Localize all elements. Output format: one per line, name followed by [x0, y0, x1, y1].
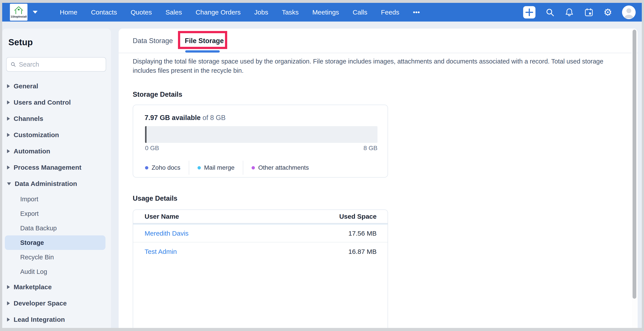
storage-content-panel: Data Storage File Storage Displaying the…: [119, 28, 638, 328]
setup-sidebar: Setup General Users and Control: [2, 28, 111, 328]
legend-divider: [243, 161, 243, 175]
zoho-docs-dot-icon: [145, 166, 148, 170]
house-icon: [14, 6, 24, 15]
used-space-value: 16.87 MB: [348, 248, 376, 256]
storage-scale-labels: 0 GB 8 GB: [145, 144, 378, 152]
column-header-used-space: Used Space: [339, 213, 376, 220]
available-storage-text: 7.97 GB available of 8 GB: [144, 114, 226, 122]
usage-details-table: User Name Used Space Meredith Davis 17.5…: [133, 210, 388, 328]
caret-right-icon: [7, 84, 10, 88]
legend-item-zoho-docs: Zoho docs: [145, 164, 180, 171]
scale-min-label: 0 GB: [145, 144, 159, 152]
plus-icon: [523, 6, 536, 18]
sidebar-item-general[interactable]: General: [2, 78, 111, 94]
caret-right-icon: [7, 166, 10, 170]
caret-right-icon: [7, 149, 10, 153]
scrollbar-thumb[interactable]: [632, 30, 636, 299]
caret-right-icon: [7, 285, 10, 289]
caret-right-icon: [7, 301, 10, 305]
nav-more-icon[interactable]: •••: [406, 3, 427, 22]
settings-button[interactable]: ⚙: [604, 8, 612, 17]
calendar-button[interactable]: [584, 8, 594, 17]
table-header-row: User Name Used Space: [133, 210, 388, 224]
sidebar-item-data-administration[interactable]: Data Administration: [2, 176, 111, 192]
caret-right-icon: [7, 133, 10, 137]
available-amount: 7.97 GB available: [144, 114, 200, 122]
storage-legend: Zoho docs Mail merge Other attachments: [145, 160, 309, 175]
sidebar-item-audit-log[interactable]: Audit Log: [2, 264, 111, 279]
storage-details-card: 7.97 GB available of 8 GB 0 GB 8 GB Zoho…: [133, 104, 388, 178]
file-storage-description: Displaying the total file storage space …: [133, 57, 608, 75]
top-navigation: 1StopInstall Home Contacts Quotes Sales …: [2, 3, 642, 22]
bell-icon: [564, 8, 574, 17]
sidebar-search[interactable]: [6, 57, 106, 72]
used-space-value: 17.56 MB: [348, 230, 376, 237]
sidebar-item-process-management[interactable]: Process Management: [2, 159, 111, 176]
caret-right-icon: [7, 117, 10, 121]
create-plus-button[interactable]: [523, 6, 536, 18]
nav-item-calls[interactable]: Calls: [346, 3, 374, 22]
table-row: Test Admin 16.87 MB: [133, 243, 388, 260]
usage-details-heading: Usage Details: [133, 194, 177, 202]
scale-max-label: 8 GB: [364, 144, 378, 152]
search-button[interactable]: [545, 8, 554, 17]
nav-item-tasks[interactable]: Tasks: [275, 3, 306, 22]
column-header-user-name: User Name: [144, 213, 179, 220]
sidebar-item-automation[interactable]: Automation: [2, 143, 111, 159]
search-input[interactable]: [19, 61, 102, 68]
setup-menu: General Users and Control Channels Custo…: [2, 78, 111, 328]
search-icon: [545, 8, 554, 17]
caret-right-icon: [7, 318, 10, 322]
avatar[interactable]: [622, 6, 636, 19]
notifications-button[interactable]: [564, 8, 574, 17]
search-icon: [10, 61, 16, 68]
calendar-icon: [584, 8, 594, 17]
other-attachments-dot-icon: [252, 166, 255, 170]
sidebar-item-marketplace[interactable]: Marketplace: [2, 279, 111, 295]
org-logo-text: 1StopInstall: [10, 15, 27, 18]
org-logo-wrap[interactable]: 1StopInstall: [10, 4, 38, 21]
nav-item-meetings[interactable]: Meetings: [306, 3, 346, 22]
caret-right-icon: [7, 100, 10, 104]
nav-item-jobs[interactable]: Jobs: [248, 3, 275, 22]
nav-item-quotes[interactable]: Quotes: [124, 3, 159, 22]
tab-file-storage[interactable]: File Storage: [185, 28, 224, 53]
nav-item-feeds[interactable]: Feeds: [374, 3, 406, 22]
org-logo[interactable]: 1StopInstall: [10, 4, 28, 21]
module-tabs: Home Contacts Quotes Sales Change Orders…: [53, 3, 427, 22]
top-right-actions: ⚙: [523, 6, 636, 19]
sidebar-item-storage[interactable]: Storage: [5, 236, 106, 250]
nav-item-sales[interactable]: Sales: [159, 3, 189, 22]
sidebar-item-recycle-bin[interactable]: Recycle Bin: [2, 250, 111, 264]
sidebar-item-data-backup[interactable]: Data Backup: [2, 221, 111, 236]
caret-down-icon: [7, 182, 11, 185]
tab-data-storage[interactable]: Data Storage: [133, 28, 173, 53]
user-link[interactable]: Meredith Davis: [144, 230, 188, 237]
available-total: of 8 GB: [202, 114, 226, 122]
legend-item-mail-merge: Mail merge: [198, 164, 234, 171]
table-row: Meredith Davis 17.56 MB: [133, 225, 388, 242]
storage-details-heading: Storage Details: [133, 90, 182, 98]
org-dropdown-caret-icon[interactable]: [33, 11, 38, 14]
user-silhouette-icon: [622, 6, 636, 19]
nav-item-change-orders[interactable]: Change Orders: [189, 3, 248, 22]
sidebar-item-customization[interactable]: Customization: [2, 127, 111, 143]
mail-merge-dot-icon: [198, 166, 201, 170]
sidebar-item-import[interactable]: Import: [2, 192, 111, 206]
gear-icon: ⚙: [604, 8, 612, 17]
screen: 1StopInstall Home Contacts Quotes Sales …: [0, 0, 644, 331]
storage-usage-bar: [145, 126, 378, 143]
sidebar-item-users-and-control[interactable]: Users and Control: [2, 94, 111, 110]
page-background: Setup General Users and Control: [2, 22, 642, 328]
storage-tabbar: Data Storage File Storage: [119, 28, 638, 53]
vertical-scrollbar[interactable]: [632, 28, 637, 328]
nav-item-contacts[interactable]: Contacts: [84, 3, 124, 22]
sidebar-item-lead-integration[interactable]: Lead Integration: [2, 312, 111, 328]
nav-item-home[interactable]: Home: [53, 3, 84, 22]
user-link[interactable]: Test Admin: [144, 248, 177, 256]
sidebar-item-channels[interactable]: Channels: [2, 110, 111, 127]
legend-item-other-attachments: Other attachments: [252, 164, 309, 171]
sidebar-item-developer-space[interactable]: Developer Space: [2, 295, 111, 312]
sidebar-item-export[interactable]: Export: [2, 206, 111, 221]
legend-divider: [189, 161, 189, 175]
